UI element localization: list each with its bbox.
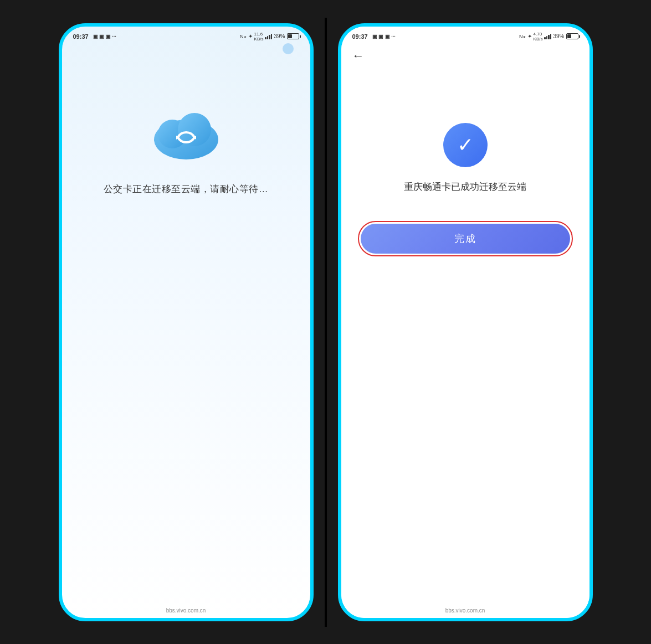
battery-percent-1: 39% [274,33,285,39]
success-message: 重庆畅通卡已成功迁移至云端 [404,181,526,193]
checkmark-icon: ✓ [457,135,474,155]
phones-container: 09:37 ▣ ▣ ▣ ··· Ν⁎ ✦ 11.6KB/s 39% [0,0,651,644]
phone-2-content: ✓ 重庆畅通卡已成功迁移至云端 完成 [341,68,590,618]
footer-text-2: bbs.vivo.com.cn [341,607,590,614]
cloud-icon-container [142,100,230,166]
battery-icon-2 [566,33,578,39]
time-display-2: 09:37 [352,33,368,40]
phone-2: 09:37 ▣ ▣ ▣ ··· Ν⁎ ✦ 4.70KB/s 39% [338,23,593,621]
status-bar-1: 09:37 ▣ ▣ ▣ ··· Ν⁎ ✦ 11.6KB/s 39% [62,27,310,44]
phone-2-wrapper: 09:37 ▣ ▣ ▣ ··· Ν⁎ ✦ 4.70KB/s 39% [327,12,604,632]
wifi-signal-2 [544,33,551,39]
back-button[interactable]: ← [352,49,365,63]
status-icons-1: Ν⁎ ✦ 11.6KB/s 39% [240,32,299,42]
phone-1-wrapper: 09:37 ▣ ▣ ▣ ··· Ν⁎ ✦ 11.6KB/s 39% [48,12,325,632]
sim-icons-1: ▣ ▣ ▣ ··· [93,34,116,39]
status-time-1: 09:37 ▣ ▣ ▣ ··· [73,33,116,40]
deco-circle [283,43,294,54]
phone-1-content: 公交卡正在迁移至云端，请耐心等待… [62,44,310,618]
complete-button-highlight: 完成 [358,221,573,256]
status-time-2: 09:37 ▣ ▣ ▣ ··· [352,33,396,40]
wifi-signal-1 [265,33,272,39]
battery-percent-2: 39% [553,33,564,39]
phone-2-header: ← [341,44,590,68]
bluetooth-icon: ✦ [248,33,253,39]
cloud-sync-icon [142,100,230,166]
footer-text-1: bbs.vivo.com.cn [62,607,310,614]
network-speed-2: 4.70KB/s [534,32,543,42]
nfc-icon-2: Ν⁎ [519,34,526,39]
nfc-icon: Ν⁎ [240,34,247,39]
phone-1: 09:37 ▣ ▣ ▣ ··· Ν⁎ ✦ 11.6KB/s 39% [59,23,314,621]
time-display-1: 09:37 [73,33,89,40]
loading-text: 公交卡正在迁移至云端，请耐心等待… [104,183,269,195]
status-bar-2: 09:37 ▣ ▣ ▣ ··· Ν⁎ ✦ 4.70KB/s 39% [341,27,590,44]
battery-icon-1 [287,33,299,39]
bluetooth-icon-2: ✦ [527,33,532,39]
success-icon-circle: ✓ [443,123,488,167]
status-icons-2: Ν⁎ ✦ 4.70KB/s 39% [519,32,578,42]
complete-button[interactable]: 完成 [361,224,570,254]
network-speed-1: 11.6KB/s [254,32,264,42]
sim-icons-2: ▣ ▣ ▣ ··· [372,34,396,39]
